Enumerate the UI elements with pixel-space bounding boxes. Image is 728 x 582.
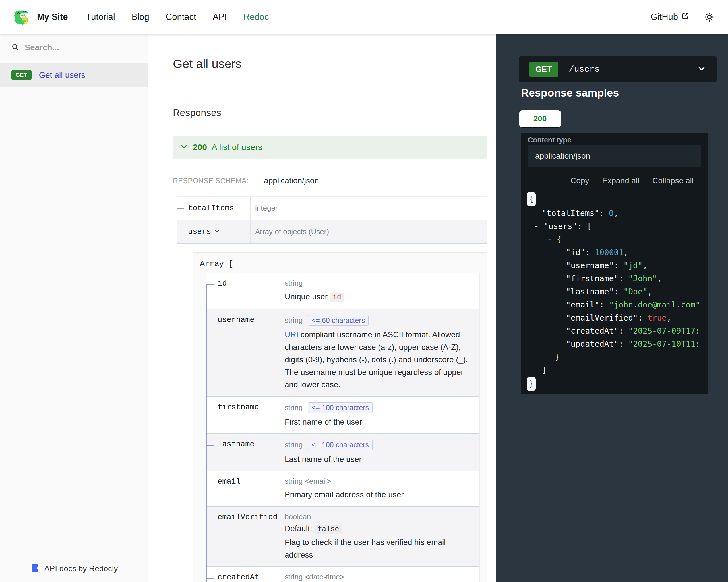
code-line: "email": "john.doe@mail.com" xyxy=(521,298,708,311)
code-token: : xyxy=(619,326,628,336)
field-name[interactable]: users xyxy=(188,228,211,236)
field-name: email xyxy=(217,477,240,486)
code-token: : xyxy=(585,248,595,257)
responses-heading: Responses xyxy=(173,107,487,118)
response-200-toggle[interactable]: 200 A list of users xyxy=(173,136,487,159)
expand-all-button[interactable]: Expand all xyxy=(602,176,639,185)
code-token: , xyxy=(667,313,671,323)
nav-item-tutorial[interactable]: Tutorial xyxy=(86,12,115,22)
schema-row-createdAt: createdAtstring <date-time>UTC timestamp… xyxy=(206,567,479,582)
tree-connector xyxy=(206,578,214,579)
collapse-all-button[interactable]: Collapse all xyxy=(652,176,694,185)
field-type: string <date-time> xyxy=(285,573,344,581)
field-name: lastname xyxy=(217,440,255,449)
code-token: , xyxy=(614,209,619,218)
code-line: "username": "jd", xyxy=(521,259,708,272)
chevron-down-icon xyxy=(697,64,706,75)
code-token: , xyxy=(643,261,648,270)
inline-code-chip: id xyxy=(330,293,344,302)
nav-item-redoc[interactable]: Redoc xyxy=(243,12,269,22)
constraint-badge: <= 100 characters xyxy=(308,440,373,450)
array-open-label: Array [ xyxy=(200,259,480,268)
field-name: emailVerified xyxy=(217,513,278,522)
code-token: : xyxy=(599,300,609,309)
tree-trunk-line xyxy=(177,208,177,232)
site-brand[interactable]: My Site xyxy=(14,8,68,26)
sidebar-item-get-all-users[interactable]: GET Get all users xyxy=(0,63,148,87)
copy-button[interactable]: Copy xyxy=(570,176,589,185)
collapse-marker[interactable]: - xyxy=(547,235,557,244)
code-line: - { xyxy=(521,233,708,246)
field-description: Flag to check if the user has verified h… xyxy=(285,536,473,561)
schema-row-id: idstringUnique user id xyxy=(206,273,479,309)
code-token: "Doe" xyxy=(623,287,647,297)
description-link[interactable]: URI xyxy=(285,330,298,339)
field-name: username xyxy=(217,316,255,324)
field-description: URI compliant username in ASCII format. … xyxy=(285,329,473,391)
request-selector-dropdown[interactable]: GET /users xyxy=(519,56,717,82)
nav-item-blog[interactable]: Blog xyxy=(132,12,149,22)
site-title: My Site xyxy=(37,12,68,22)
nav-item-contact[interactable]: Contact xyxy=(166,12,196,22)
collapse-toggle-pill[interactable]: { xyxy=(527,192,536,206)
schema-table: totalItemsintegerusersArray of objects (… xyxy=(177,196,487,244)
sample-tab-200[interactable]: 200 xyxy=(519,110,561,128)
code-token: "totalItems" xyxy=(542,209,599,218)
code-line: - "users": [ xyxy=(521,220,708,233)
default-label: Default: xyxy=(285,524,314,533)
schema-row-username: usernamestring<= 60 charactersURI compli… xyxy=(206,309,479,397)
schema-row-users: usersArray of objects (User) xyxy=(177,220,487,244)
code-actions: Copy Expand all Collapse all xyxy=(570,176,694,185)
code-token: true xyxy=(648,313,667,323)
field-type: string xyxy=(285,441,303,449)
tree-connector xyxy=(206,482,214,483)
tree-connector xyxy=(206,321,214,321)
navbar-links: Tutorial Blog Contact API Redoc xyxy=(86,12,651,22)
code-line: } xyxy=(521,377,708,392)
schema-row-lastname: lastnamestring<= 100 charactersLast name… xyxy=(206,434,479,471)
github-link[interactable]: GitHub xyxy=(651,12,689,22)
schema-row-firstname: firstnamestring<= 100 charactersFirst na… xyxy=(206,397,479,434)
constraint-badge: <= 100 characters xyxy=(308,403,373,413)
code-token: : xyxy=(614,287,624,297)
content-type-label: Content type xyxy=(528,136,571,144)
field-description: Primary email address of the user xyxy=(285,489,473,501)
code-line: "emailVerified": true, xyxy=(521,311,708,325)
nav-item-api[interactable]: API xyxy=(213,12,227,22)
tree-connector xyxy=(206,284,214,285)
code-token: 0 xyxy=(609,209,614,218)
search-bar xyxy=(11,43,136,57)
field-type: Array of objects (User) xyxy=(255,227,329,236)
collapse-marker[interactable]: - xyxy=(534,222,544,231)
chevron-down-icon xyxy=(180,142,188,152)
code-token: "email" xyxy=(566,300,599,309)
code-line: "totalItems": 0, xyxy=(521,207,708,220)
code-token: ] xyxy=(542,365,547,375)
operation-title: Get all users xyxy=(173,57,487,71)
code-token: [ xyxy=(587,222,592,231)
chevron-down-icon[interactable] xyxy=(214,228,220,235)
description-text: Last name of the user xyxy=(285,455,362,464)
github-link-label: GitHub xyxy=(651,12,678,22)
code-line: ] xyxy=(521,364,708,377)
request-method-badge: GET xyxy=(529,62,558,77)
code-token: "users" xyxy=(544,222,577,231)
redocly-attribution[interactable]: API docs by Redocly xyxy=(0,557,148,582)
field-name: id xyxy=(217,279,227,288)
code-token: , xyxy=(648,287,652,297)
code-token: "emailVerified" xyxy=(566,313,638,323)
description-text: Unique user xyxy=(285,292,330,301)
json-sample-code: {"totalItems": 0,- "users": [- {"id": 10… xyxy=(521,192,708,392)
array-item-schema-table: idstringUnique user idusernamestring<= 6… xyxy=(206,273,480,582)
field-description: Last name of the user xyxy=(285,453,473,466)
code-token: : xyxy=(614,261,624,270)
description-text: compliant username in ASCII format. Allo… xyxy=(285,330,468,389)
request-path: /users xyxy=(569,64,686,74)
search-input[interactable] xyxy=(24,43,136,53)
sidebar: GET Get all users API docs by Redocly xyxy=(0,34,148,582)
theme-toggle-sun-icon[interactable] xyxy=(704,12,714,22)
content-type-select[interactable]: application/json xyxy=(528,145,701,167)
response-schema-label: RESPONSE SCHEMA: xyxy=(173,177,249,185)
response-samples-heading: Response samples xyxy=(521,87,619,99)
collapse-toggle-pill[interactable]: } xyxy=(527,377,536,391)
